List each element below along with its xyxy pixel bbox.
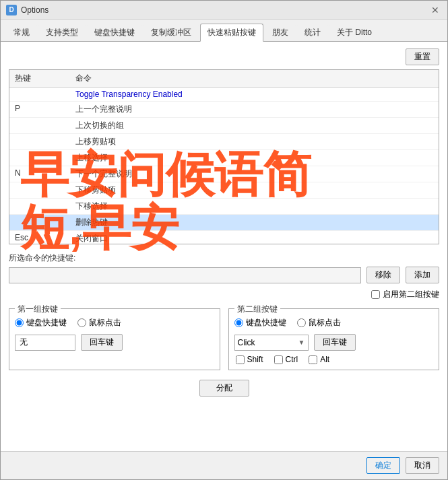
table-row[interactable]: P 上一个完整说明 [9,102,439,118]
options-window: D Options ✕ 常规 支持类型 键盘快捷键 复制缓冲区 快速粘贴按键 朋… [0,0,448,480]
tab-about[interactable]: 关于 Ditto [329,24,379,41]
group1-radio-keyboard: 键盘快捷键 [15,317,67,329]
toolbar-row: 重置 [9,48,439,65]
tab-support-type[interactable]: 支持类型 [38,24,86,41]
add-button[interactable]: 添加 [406,267,439,283]
group2-section: 第二组按键 键盘快捷键 鼠标点击 Click ▼ [228,308,440,370]
assign-button[interactable]: 分配 [199,380,249,397]
enable-group2-label: 启用第二组按键 [383,289,439,300]
dropdown-arrow-icon: ▼ [298,339,305,346]
shift-checkbox-item: Shift [236,355,263,364]
tab-general[interactable]: 常规 [6,24,37,41]
group1-input-row: 回车键 [15,334,214,351]
group2-radio-keyboard: 键盘快捷键 [234,317,286,329]
tab-quick-paste[interactable]: 快速粘贴按键 [200,24,263,42]
tab-bar: 常规 支持类型 键盘快捷键 复制缓冲区 快速粘贴按键 朋友 统计 关于 Ditt… [1,20,447,42]
col-hotkey-header: 热键 [15,73,75,84]
group1-key-input[interactable] [15,335,75,351]
col-command-header: 命令 [75,73,433,84]
group1-keyboard-radio[interactable] [15,318,24,327]
group2-dropdown[interactable]: Click ▼ [234,335,309,351]
reset-button[interactable]: 重置 [406,48,439,65]
bottom-bar: 确定 取消 [1,451,447,479]
shortcut-section: 所选命令的快捷键: 移除 添加 [9,252,439,289]
group2-mouse-label: 鼠标点击 [309,317,341,329]
group2-modifier-row: Shift Ctrl Alt [236,355,434,364]
cancel-button[interactable]: 取消 [406,457,439,474]
group1-mouse-label: 鼠标点击 [89,317,121,329]
shortcut-label: 所选命令的快捷键: [9,252,439,264]
table-row[interactable]: Esc 关闭窗口 [9,231,439,244]
group2-enter-button[interactable]: 回车键 [314,334,356,351]
group1-enter-button[interactable]: 回车键 [81,334,123,351]
shortcut-table[interactable]: 热键 命令 Toggle Transparency Enabled P 上一个完… [9,69,439,244]
group1-radio-row: 键盘快捷键 鼠标点击 [15,317,214,329]
content-area: 重置 热键 命令 Toggle Transparency Enabled P 上… [1,42,447,451]
enable-group2-checkbox[interactable] [371,290,380,299]
alt-checkbox-item: Alt [309,355,329,364]
assign-row: 分配 [9,380,439,397]
table-row[interactable]: Toggle Transparency Enabled [9,88,439,102]
group1-mouse-radio[interactable] [77,318,86,327]
shift-label: Shift [247,355,263,364]
table-row[interactable]: 上移剪贴项 [9,134,439,150]
group1-section: 第一组按键 键盘快捷键 鼠标点击 回车键 [9,308,220,370]
alt-label: Alt [320,355,329,364]
group2-dropdown-value: Click [238,338,255,347]
ctrl-label: Ctrl [286,355,298,364]
group1-title: 第一组按键 [15,304,61,315]
shift-checkbox[interactable] [236,355,245,364]
alt-checkbox[interactable] [309,355,317,364]
ok-button[interactable]: 确定 [366,457,400,474]
table-header: 热键 命令 [9,70,439,88]
title-bar: D Options ✕ [1,1,447,20]
enable-group2-row: 启用第二组按键 [9,289,439,304]
group2-radio-row: 键盘快捷键 鼠标点击 [234,317,434,329]
ctrl-checkbox-item: Ctrl [274,355,298,364]
group1-radio-mouse: 鼠标点击 [77,317,121,329]
group2-mouse-radio[interactable] [297,318,306,327]
group2-keyboard-radio[interactable] [234,318,243,327]
group2-title: 第二组按键 [234,304,280,315]
ctrl-checkbox[interactable] [274,355,283,364]
group2-keyboard-label: 键盘快捷键 [246,317,286,329]
close-button[interactable]: ✕ [428,3,442,17]
tab-copy-buffer[interactable]: 复制缓冲区 [143,24,199,41]
group1-keyboard-label: 键盘快捷键 [26,317,67,329]
window-title: Options [21,5,428,15]
group2-input-row: Click ▼ 回车键 [234,334,434,351]
remove-button[interactable]: 移除 [366,267,400,283]
shortcut-input-row: 移除 添加 [9,267,439,283]
table-row[interactable]: 下移剪贴项 [9,182,439,199]
table-row[interactable]: 上次切换的组 [9,118,439,134]
tab-stats[interactable]: 统计 [297,24,328,41]
tab-keyboard-shortcut[interactable]: 键盘快捷键 [87,24,142,41]
table-row[interactable]: 下移选择 [9,199,439,215]
tab-friends[interactable]: 朋友 [265,24,296,41]
app-icon: D [6,5,17,15]
group2-radio-mouse: 鼠标点击 [297,317,341,329]
enable-group2-checkbox-row: 启用第二组按键 [371,289,439,300]
shortcut-input[interactable] [9,267,361,283]
table-row[interactable]: N 下一个完整说明 [9,166,439,182]
table-row[interactable]: 删除热键 [9,215,439,231]
table-row[interactable]: 上移选择 [9,150,439,166]
groups-row: 第一组按键 键盘快捷键 鼠标点击 回车键 [9,308,439,370]
